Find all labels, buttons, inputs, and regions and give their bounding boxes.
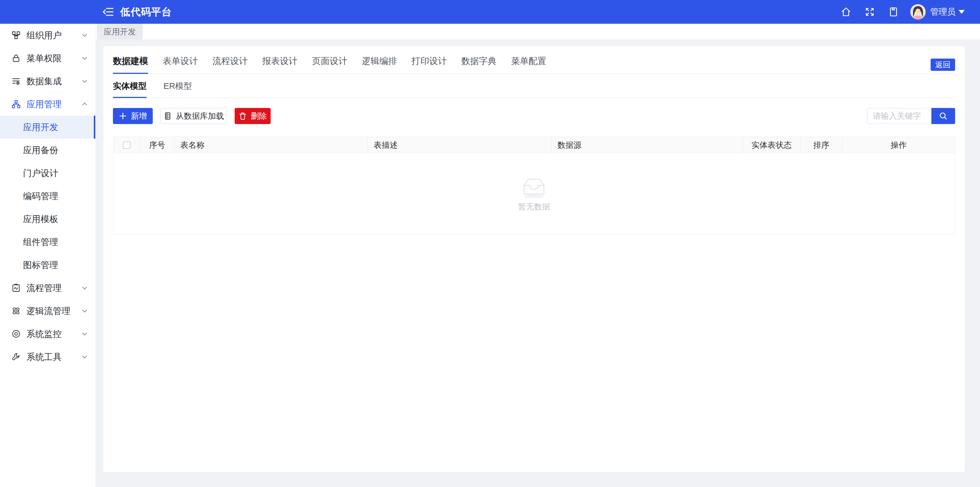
avatar[interactable] (910, 4, 926, 20)
trash-icon (238, 112, 247, 120)
sidebar-item-label: 流程管理 (26, 282, 62, 294)
entity-table: 序号 表名称 表描述 数据源 实体表状态 排序 操作 暂无数据 (113, 137, 955, 235)
app-title: 低代码平台 (120, 5, 172, 19)
tab-page-design[interactable]: 页面设计 (312, 55, 347, 74)
chevron-down-icon (82, 285, 88, 291)
sidebar-subitem-label: 图标管理 (23, 259, 58, 271)
header-cell-table-name: 表名称 (175, 137, 368, 153)
model-subtabs: 实体模型 ER模型 (113, 74, 955, 98)
sidebar-item-menu-permission[interactable]: 菜单权限 (0, 47, 95, 70)
add-button[interactable]: 新增 (113, 108, 153, 124)
tags-bar: 应用开发 (96, 24, 980, 39)
sidebar-item-label: 应用管理 (26, 98, 62, 110)
tag-app-development[interactable]: 应用开发 (97, 24, 143, 39)
tab-menu-config[interactable]: 菜单配置 (511, 55, 546, 74)
logic-flow-icon (11, 306, 21, 315)
sidebar-subitem-component-management[interactable]: 组件管理 (0, 230, 95, 253)
header-cell-index: 序号 (140, 137, 175, 153)
load-from-db-button[interactable]: 从数据库加载 (160, 108, 227, 124)
topbar: 低代码平台 管理员 (0, 0, 980, 24)
sidebar-item-label: 菜单权限 (26, 52, 62, 64)
chevron-down-icon (82, 308, 88, 314)
sidebar-subitem-portal-design[interactable]: 门户设计 (0, 162, 95, 185)
chevron-down-icon (82, 78, 88, 84)
plus-icon (119, 112, 127, 120)
header-cell-datasource: 数据源 (552, 137, 743, 153)
sidebar-item-label: 系统工具 (26, 351, 62, 363)
sidebar-item-data-integration[interactable]: 数据集成 (0, 70, 95, 93)
sidebar-item-label: 组织用户 (26, 29, 62, 41)
subtab-er-model[interactable]: ER模型 (163, 81, 192, 98)
sidebar: 组织用户 菜单权限 数据集成 应用管理 应用开发 应用备份 (0, 24, 96, 487)
tools-icon (11, 352, 21, 361)
header-cell-actions: 操作 (843, 137, 955, 153)
tab-print-design[interactable]: 打印设计 (412, 55, 447, 74)
search-button[interactable] (931, 108, 955, 124)
sidebar-item-logic-flow-management[interactable]: 逻辑流管理 (0, 299, 95, 322)
subtab-entity-model[interactable]: 实体模型 (113, 81, 147, 98)
apartment-icon (11, 100, 21, 109)
tab-logic-orchestration[interactable]: 逻辑编排 (362, 55, 397, 74)
designer-tabs: 数据建模 表单设计 流程设计 报表设计 页面设计 逻辑编排 打印设计 数据字典 … (113, 46, 955, 74)
fullscreen-icon[interactable] (864, 7, 875, 17)
header-cell-checkbox (113, 137, 140, 153)
home-icon[interactable] (841, 7, 851, 17)
chevron-down-icon (82, 331, 88, 337)
data-integration-icon (11, 77, 21, 86)
table-body: 暂无数据 (113, 153, 955, 234)
sidebar-subitem-icon-management[interactable]: 图标管理 (0, 253, 95, 276)
chevron-down-icon (82, 55, 88, 61)
header-cell-entity-state: 实体表状态 (743, 137, 800, 153)
chevron-down-icon (82, 32, 88, 38)
menu-fold-icon[interactable] (103, 6, 114, 18)
sidebar-item-system-monitor[interactable]: 系统监控 (0, 322, 95, 345)
toolbar: 新增 从数据库加载 删除 (113, 108, 955, 124)
flow-icon (11, 283, 21, 293)
topbar-right: 管理员 (828, 4, 965, 20)
sidebar-item-label: 逻辑流管理 (26, 305, 70, 317)
sidebar-subitem-label: 应用开发 (23, 121, 58, 133)
tab-data-dictionary[interactable]: 数据字典 (461, 55, 497, 74)
user-menu[interactable]: 管理员 (930, 6, 965, 18)
empty-inbox-icon (519, 175, 549, 199)
sidebar-subitem-label: 编码管理 (23, 190, 58, 202)
tab-data-modeling[interactable]: 数据建模 (113, 55, 148, 74)
sidebar-item-label: 数据集成 (26, 75, 62, 87)
search-group (867, 108, 955, 124)
sidebar-subitem-label: 应用备份 (23, 144, 58, 156)
sidebar-item-app-management[interactable]: 应用管理 (0, 93, 95, 116)
tab-report-design[interactable]: 报表设计 (262, 55, 297, 74)
search-icon (939, 111, 948, 121)
sidebar-subitem-app-backup[interactable]: 应用备份 (0, 139, 95, 162)
tag-label: 应用开发 (104, 26, 136, 37)
sidebar-item-process-management[interactable]: 流程管理 (0, 276, 95, 299)
sidebar-item-system-tools[interactable]: 系统工具 (0, 345, 95, 368)
tab-process-design[interactable]: 流程设计 (212, 55, 248, 74)
content-card: 数据建模 表单设计 流程设计 报表设计 页面设计 逻辑编排 打印设计 数据字典 … (103, 46, 965, 472)
table-header: 序号 表名称 表描述 数据源 实体表状态 排序 操作 (113, 137, 955, 153)
search-input[interactable] (867, 108, 931, 124)
sidebar-subitem-app-template[interactable]: 应用模板 (0, 208, 95, 230)
lock-icon (11, 54, 21, 63)
org-users-icon (11, 31, 21, 40)
tab-form-design[interactable]: 表单设计 (163, 55, 198, 74)
select-all-checkbox[interactable] (123, 141, 131, 149)
delete-button-label: 删除 (251, 111, 267, 121)
chevron-up-icon (82, 101, 88, 107)
document-icon[interactable] (888, 7, 899, 17)
monitor-icon (11, 329, 21, 338)
sidebar-subitem-label: 组件管理 (23, 236, 58, 248)
sidebar-subitem-label: 门户设计 (23, 167, 58, 179)
topbar-left: 低代码平台 (103, 5, 172, 19)
header-cell-table-desc: 表描述 (368, 137, 552, 153)
delete-button[interactable]: 删除 (235, 108, 271, 124)
back-button[interactable]: 返回 (931, 59, 955, 71)
sidebar-item-org-users[interactable]: 组织用户 (0, 24, 95, 47)
caret-down-icon (959, 10, 965, 14)
chevron-down-icon (82, 354, 88, 360)
add-button-label: 新增 (131, 111, 147, 121)
sidebar-subitem-app-development[interactable]: 应用开发 (0, 116, 95, 139)
empty-text: 暂无数据 (518, 201, 550, 212)
sidebar-subitem-code-management[interactable]: 编码管理 (0, 185, 95, 208)
sidebar-subitem-label: 应用模板 (23, 213, 58, 225)
